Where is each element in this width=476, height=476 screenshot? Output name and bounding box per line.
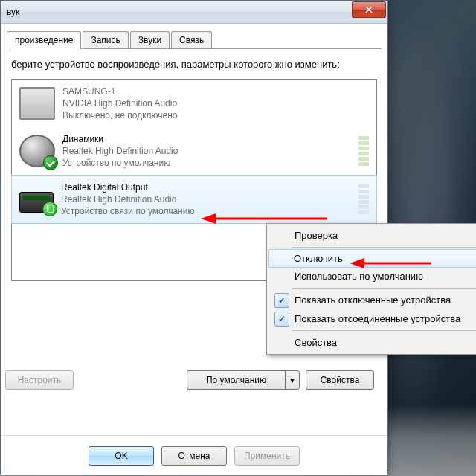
set-default-label: По умолчанию xyxy=(187,371,286,389)
tab-strip: произведение Запись Звуки Связь xyxy=(1,24,387,48)
comm-default-icon xyxy=(42,202,57,216)
menu-separator xyxy=(292,288,476,289)
device-name: Динамики xyxy=(62,133,351,145)
close-button[interactable] xyxy=(352,1,386,18)
list-buttons: Настроить По умолчанию ▾ Свойства xyxy=(11,370,377,390)
dropdown-arrow-icon[interactable]: ▾ xyxy=(286,375,299,385)
set-default-button[interactable]: По умолчанию ▾ xyxy=(187,370,300,390)
tab-sounds[interactable]: Звуки xyxy=(130,31,170,48)
device-text: Динамики Realtek High Definition Audio У… xyxy=(62,133,351,170)
instruction-text: берите устройство воспроизведения, парам… xyxy=(11,58,377,71)
device-name: SAMSUNG-1 xyxy=(62,86,369,97)
device-driver: Realtek High Definition Audio xyxy=(61,193,351,205)
menu-test[interactable]: Проверка xyxy=(269,226,476,245)
device-status: Устройство связи по умолчанию xyxy=(61,205,351,217)
menu-disable[interactable]: Отключить xyxy=(268,249,476,268)
device-status: Выключено, не подключено xyxy=(62,109,369,121)
digital-device-icon xyxy=(19,192,54,213)
menu-label: Показать отсоединенные устройства xyxy=(295,313,460,324)
device-speakers[interactable]: Динамики Realtek High Definition Audio У… xyxy=(12,127,376,176)
device-driver: NVIDIA High Definition Audio xyxy=(62,97,369,109)
cancel-button[interactable]: Отмена xyxy=(161,446,227,466)
menu-show-disabled[interactable]: ✓ Показать отключенные устройства xyxy=(269,291,476,309)
device-samsung[interactable]: SAMSUNG-1 NVIDIA High Definition Audio В… xyxy=(12,80,376,128)
device-name: Realtek Digital Output xyxy=(61,181,351,193)
menu-separator xyxy=(292,247,476,248)
level-meter xyxy=(358,136,369,166)
tab-communications[interactable]: Связь xyxy=(171,31,212,48)
tab-recording[interactable]: Запись xyxy=(83,31,128,48)
properties-button[interactable]: Свойства xyxy=(306,370,374,390)
device-driver: Realtek High Definition Audio xyxy=(62,145,351,157)
configure-button[interactable]: Настроить xyxy=(5,370,74,390)
device-status: Устройство по умолчанию xyxy=(62,157,351,169)
menu-label: Показать отключенные устройства xyxy=(295,295,451,306)
menu-separator xyxy=(292,330,476,331)
device-digital-output[interactable]: Realtek Digital Output Realtek High Defi… xyxy=(11,175,377,225)
speaker-icon xyxy=(19,135,55,167)
close-icon xyxy=(365,6,373,13)
monitor-icon xyxy=(19,87,55,120)
dialog-actions: OK Отмена Применить xyxy=(1,435,387,466)
default-check-icon xyxy=(43,155,58,170)
apply-button[interactable]: Применить xyxy=(234,446,300,466)
checkmark-icon: ✓ xyxy=(274,293,289,308)
ok-button[interactable]: OK xyxy=(89,446,154,466)
menu-properties[interactable]: Свойства xyxy=(269,333,476,352)
titlebar[interactable]: вук xyxy=(1,1,387,24)
device-text: SAMSUNG-1 NVIDIA High Definition Audio В… xyxy=(62,86,369,122)
window-title: вук xyxy=(7,7,19,17)
level-meter xyxy=(358,184,369,214)
menu-show-disconnected[interactable]: ✓ Показать отсоединенные устройства xyxy=(269,309,476,328)
context-menu: Проверка Отключить Использовать по умолч… xyxy=(266,223,476,355)
tab-playback[interactable]: произведение xyxy=(7,31,81,49)
checkmark-icon: ✓ xyxy=(274,312,289,327)
device-text: Realtek Digital Output Realtek High Defi… xyxy=(61,181,351,218)
menu-set-default[interactable]: Использовать по умолчанию xyxy=(269,267,476,286)
